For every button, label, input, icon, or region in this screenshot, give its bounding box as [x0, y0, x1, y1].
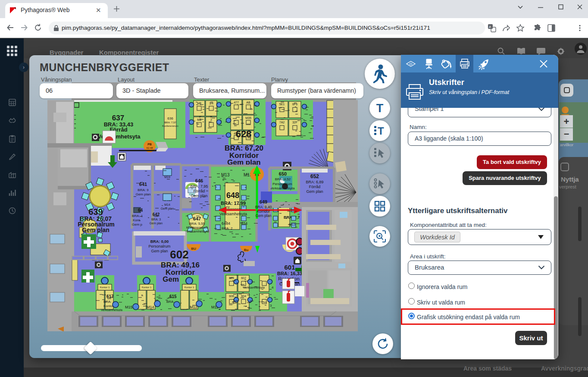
svg-text:7: 7 [235, 116, 237, 119]
svg-text:BRA: 16,33: BRA: 16,33 [277, 271, 302, 276]
svg-text:Konferensrum: Konferensrum [162, 125, 178, 127]
svg-text:M8: M8 [197, 102, 201, 105]
svg-text:601: 601 [284, 264, 295, 271]
svg-text:649: 649 [260, 199, 267, 204]
svg-text:Kontor 1: Kontor 1 [185, 286, 194, 289]
svg-text:M15: M15 [125, 305, 133, 309]
svg-text:BRA: 17,99: BRA: 17,99 [221, 201, 246, 206]
svg-text:Gem plan: Gem plan [150, 222, 163, 225]
svg-text:M8: M8 [197, 118, 201, 121]
svg-text:BRA: 7,57: BRA: 7,57 [164, 121, 176, 124]
svg-text:BRA: 6,89: BRA: 6,89 [306, 180, 323, 184]
svg-text:BRA: 4,52: BRA: 4,52 [275, 177, 291, 181]
svg-text:Gem plan: Gem plan [151, 249, 168, 253]
svg-text:BRA:: BRA: [166, 300, 175, 304]
svg-text:BRA: 2: BRA: 2 [222, 226, 233, 230]
svg-text:602: 602 [170, 248, 188, 261]
svg-text:634: 634 [241, 221, 247, 226]
svg-text:BRA: 9: BRA: 9 [138, 188, 149, 192]
svg-text:Gem p: Gem p [132, 223, 143, 226]
svg-text:M12: M12 [190, 305, 197, 309]
svg-text:Verksamhetsyta: Verksamhetsyta [219, 212, 247, 216]
svg-text:BRA: 9,40: BRA: 9,40 [255, 205, 272, 209]
svg-text:BRA: 0,00: BRA: 0,00 [150, 239, 169, 244]
svg-text:Gem plan: Gem plan [136, 192, 151, 196]
svg-text:Kontor 1: Kontor 1 [100, 286, 110, 289]
svg-text:2: 2 [210, 118, 212, 121]
svg-text:BRA: 1: BRA: 1 [132, 214, 143, 218]
svg-text:Förråd: Förråd [309, 185, 321, 189]
svg-text:Gem plan: Gem plan [306, 189, 323, 194]
svg-text:646: 646 [195, 178, 203, 183]
svg-text:Kontor 1: Kontor 1 [142, 286, 152, 289]
svg-text:3: 3 [270, 304, 272, 308]
svg-text:T: T [378, 126, 384, 136]
svg-text:Verksamhetsyta: Verksamhetsyta [101, 308, 122, 312]
svg-text:607: 607 [241, 276, 246, 280]
svg-text:Gem plan: Gem plan [161, 207, 174, 210]
svg-text:M14: M14 [164, 203, 170, 206]
svg-text:Korri: Korri [133, 218, 140, 222]
svg-text:Korridor: Korridor [257, 209, 270, 214]
svg-text:M35: M35 [245, 116, 251, 119]
svg-text:615: 615 [169, 294, 177, 299]
svg-text:PB: PB [147, 143, 152, 146]
svg-text:Verksamhetsyta: Verksamhetsyta [185, 229, 210, 233]
svg-text:650: 650 [279, 171, 287, 176]
svg-text:604: 604 [241, 295, 246, 298]
svg-text:Förråd: Förråd [194, 189, 205, 193]
svg-text:M14: M14 [147, 305, 154, 309]
svg-text:Personalrum: Personalrum [148, 244, 170, 248]
svg-text:Personalrum: Personalrum [272, 182, 292, 186]
svg-text:BRA: 7,95: BRA: 7,95 [190, 184, 208, 188]
svg-text:617: 617 [106, 294, 114, 299]
svg-text:42-48: 42-48 [146, 147, 153, 149]
svg-text:Gem plan: Gem plan [256, 214, 272, 218]
svg-text:636: 636 [167, 116, 173, 120]
svg-text:BRA: 5,55: BRA: 5,55 [189, 222, 205, 226]
svg-text:32F: 32F [292, 121, 297, 124]
svg-text:BRA:: BRA: [103, 300, 112, 304]
svg-text:477: 477 [234, 101, 239, 104]
svg-text:4: 4 [272, 286, 274, 289]
svg-text:Bu: Bu [244, 248, 249, 252]
svg-text:BRA: 3: BRA: 3 [151, 218, 161, 221]
svg-text:64: 64 [138, 208, 143, 213]
svg-text:5E1: 5E1 [279, 103, 285, 106]
svg-text:6484: 6484 [222, 221, 230, 226]
svg-text:Verksamhetsyta: Verksamhetsyta [270, 186, 295, 190]
svg-text:647: 647 [193, 216, 201, 221]
svg-text:AB: AB [246, 101, 250, 104]
svg-text:BU: BU [191, 247, 196, 251]
svg-text:Gem plan: Gem plan [82, 226, 109, 233]
svg-text:648: 648 [226, 191, 239, 200]
svg-text:Konferensrum: Konferensrum [186, 226, 208, 229]
svg-text:M19: M19 [164, 176, 170, 179]
svg-text:7A2: 7A2 [279, 121, 285, 124]
svg-text:606: 606 [229, 295, 234, 298]
svg-text:652: 652 [310, 173, 319, 179]
